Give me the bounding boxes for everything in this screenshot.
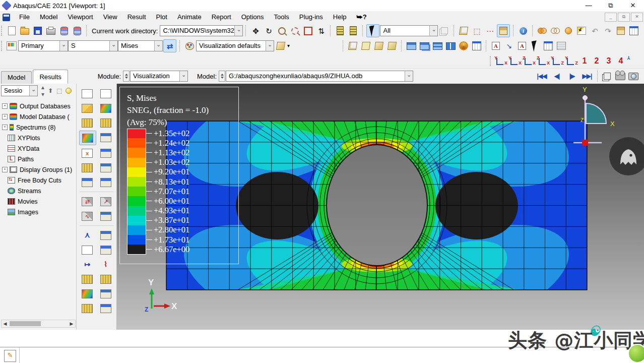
- view-button-6[interactable]: YZ: [565, 55, 578, 67]
- rotate-view[interactable]: ↻: [263, 25, 275, 37]
- tree-item-streams[interactable]: Streams: [0, 186, 76, 196]
- display-defaults-combo[interactable]: Visualization defaults: [196, 40, 274, 51]
- annotation-arrow[interactable]: ↘: [503, 40, 515, 52]
- toolbox-plot-contour[interactable]: [79, 131, 96, 145]
- menu-help[interactable]: Help: [328, 11, 352, 23]
- minimize-button[interactable]: —: [577, 0, 600, 11]
- toolbox-display-group-manager[interactable]: [98, 272, 114, 286]
- tree-item-free-body-cuts[interactable]: Free Body Cuts: [0, 175, 76, 186]
- toolbox-plot-deformed[interactable]: [98, 116, 114, 130]
- expand-box-icon[interactable]: +: [2, 114, 8, 119]
- tree-spinner-icon[interactable]: ▴▾: [41, 84, 44, 98]
- selection-cursor[interactable]: [366, 24, 379, 37]
- tree-item-spectrums-8-[interactable]: +Spectrums (8): [0, 122, 76, 133]
- view-button-5[interactable]: YZ: [551, 55, 564, 67]
- toolbox-spectrum-manager[interactable]: [98, 101, 114, 115]
- annotation-manager[interactable]: [542, 40, 554, 52]
- toolbox-probe-values-dialog[interactable]: [98, 228, 114, 242]
- toolbox-animation-options[interactable]: [98, 209, 114, 223]
- toolbox-animate-harmonic[interactable]: ∿: [79, 209, 95, 223]
- print[interactable]: [45, 25, 57, 37]
- toolbox-create-display-group[interactable]: [79, 272, 95, 286]
- tree-horizontal-scrollbar[interactable]: ◀ ▶: [1, 320, 76, 328]
- collapse-folder-icon[interactable]: ⬆︎: [48, 87, 53, 94]
- toolbox-tick-labels-angled[interactable]: [98, 87, 114, 100]
- annotation-list[interactable]: [555, 40, 567, 52]
- magnify-view[interactable]: [276, 25, 288, 37]
- toolbox-query-probe[interactable]: ⋏: [79, 228, 95, 242]
- work-dir-combo[interactable]: C:\WINDOWS\system32: [160, 25, 243, 36]
- link-viewports[interactable]: [601, 70, 613, 82]
- tree-item-xyplots[interactable]: XYPlots: [0, 133, 76, 143]
- toolbox-create-path[interactable]: ↦: [79, 258, 95, 271]
- model-spinner[interactable]: [219, 71, 225, 82]
- selection-filter-combo[interactable]: All: [380, 25, 438, 36]
- annotation-a-arrow[interactable]: A: [490, 40, 502, 52]
- select-entity[interactable]: [458, 25, 470, 37]
- shell-thickness[interactable]: [347, 25, 359, 37]
- view-button-4[interactable]: ZX: [537, 55, 550, 67]
- select-points[interactable]: ⋯: [484, 25, 496, 37]
- color-blocks[interactable]: [615, 25, 627, 37]
- link-objects-icon[interactable]: ⬚: [56, 87, 62, 94]
- menu-plug-ins[interactable]: Plug-ins: [294, 11, 328, 23]
- render-wireframe[interactable]: [347, 40, 359, 52]
- tab-results[interactable]: Results: [33, 70, 68, 84]
- expand-box-icon[interactable]: +: [2, 125, 8, 130]
- viewport-single[interactable]: [405, 40, 417, 52]
- menu-options[interactable]: Options: [236, 11, 269, 23]
- field-output-icon[interactable]: [6, 40, 18, 52]
- toolbox-plot-state-options[interactable]: [98, 175, 114, 189]
- next-frame[interactable]: |▶: [564, 73, 579, 80]
- toolbox-plot-symbols[interactable]: x: [79, 146, 95, 160]
- toolbox-xy-plot[interactable]: ⌇: [98, 258, 114, 271]
- toolbox-allow-multiple-plot-states[interactable]: [79, 175, 95, 189]
- save-file[interactable]: [32, 25, 44, 37]
- render-hidden-line[interactable]: [360, 40, 372, 52]
- tree-item-output-databases[interactable]: +Output Databases: [0, 101, 76, 111]
- frame-combo[interactable]: Primary: [18, 40, 68, 51]
- module-combo[interactable]: Visualization: [130, 71, 188, 82]
- pan-view[interactable]: ✥: [249, 25, 262, 37]
- tips-bulb-icon[interactable]: [66, 88, 72, 94]
- viewport-tile-vertical[interactable]: [444, 40, 457, 52]
- viewport-canvas[interactable]: YXZYXZ S, Mises SNEG, (fraction = -1.0) …: [117, 84, 644, 330]
- expand-box-icon[interactable]: +: [2, 167, 8, 172]
- scroll-right-arrow[interactable]: ▶: [68, 321, 75, 326]
- toolbox-contour-options[interactable]: [98, 131, 114, 144]
- scroll-thumb[interactable]: [10, 321, 41, 326]
- combine-overlap[interactable]: [536, 25, 548, 37]
- mdi-close-button[interactable]: ✕: [631, 13, 643, 22]
- close-button[interactable]: ✕: [622, 0, 644, 11]
- menu-viewport[interactable]: Viewport: [62, 11, 98, 23]
- query-info[interactable]: i: [517, 25, 529, 37]
- model-combo[interactable]: G:/abaquszonghexunliao/abaqus9/ZIHUA.odb: [226, 71, 413, 82]
- first-frame[interactable]: |◀◀: [534, 73, 549, 80]
- mdi-window-icon[interactable]: [3, 14, 10, 21]
- tree-item-model-database-[interactable]: +Model Database (: [0, 111, 76, 122]
- tab-model[interactable]: Model: [1, 71, 32, 84]
- toolbox-contour-limits[interactable]: [79, 101, 95, 115]
- render-cube-menu[interactable]: [275, 40, 287, 52]
- tree-item-paths[interactable]: Paths: [0, 154, 76, 164]
- menu-result[interactable]: Result: [122, 11, 151, 23]
- restore-button[interactable]: ⧉: [600, 0, 622, 11]
- annotation-cursor[interactable]: [529, 40, 541, 52]
- session-combo[interactable]: Sessio: [1, 85, 38, 96]
- menu-view[interactable]: View: [98, 11, 122, 23]
- viewport-tile-horizontal[interactable]: [431, 40, 443, 52]
- render-shaded[interactable]: [373, 40, 385, 52]
- toolbox-view-cut[interactable]: [79, 287, 95, 300]
- module-spinner[interactable]: [123, 71, 130, 82]
- select-rectangle[interactable]: ⬚: [471, 25, 483, 37]
- viewport-number-2[interactable]: 2: [591, 56, 603, 66]
- toolbox-symbol-options[interactable]: [98, 146, 114, 160]
- sync-frames[interactable]: ⇄: [163, 39, 176, 52]
- variable-combo[interactable]: S: [68, 40, 118, 51]
- options-table[interactable]: [628, 25, 640, 37]
- tree-item-display-groups-1-[interactable]: +Display Groups (1): [0, 164, 76, 175]
- photo-camera[interactable]: [627, 70, 639, 82]
- menu-animate[interactable]: Animate: [172, 11, 207, 23]
- save-session-db[interactable]: [58, 25, 70, 37]
- help-pointer-icon[interactable]: ⮩?: [352, 11, 372, 23]
